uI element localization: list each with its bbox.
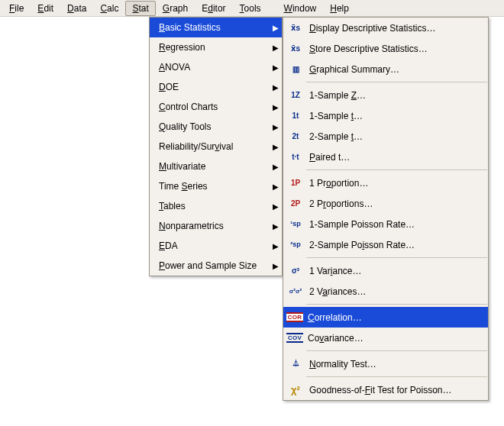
xbar-s-store-icon: x̄s <box>286 42 305 56</box>
two-poisson-icon: ²sp <box>286 238 305 252</box>
basic-2p[interactable]: 2P 2 Proportions… <box>283 193 488 214</box>
stat-quality-tools[interactable]: Quality Tools ▶ <box>150 117 282 137</box>
cov-icon: COV <box>286 333 303 343</box>
basic-gof-poisson[interactable]: χ² Goodness-of-Fit Test for Poisson… <box>283 379 488 400</box>
basic-1z[interactable]: 1Z 1-Sample Z… <box>283 85 488 105</box>
submenu-arrow-icon: ▶ <box>271 262 279 270</box>
separator <box>306 350 487 351</box>
stat-multivariate[interactable]: Multivariate ▶ <box>150 157 282 176</box>
basic-1p[interactable]: 1P 1 Proportion… <box>283 173 488 193</box>
one-poisson-icon: ¹sp <box>286 218 305 231</box>
menu-stat[interactable]: Stat <box>125 1 155 16</box>
two-sigma2-icon: σ²σ² <box>286 285 305 299</box>
menu-graph[interactable]: Graph <box>156 1 195 16</box>
submenu-arrow-icon: ▶ <box>271 123 279 131</box>
submenu-arrow-icon: ▶ <box>271 242 279 250</box>
stat-regression[interactable]: Regression ▶ <box>150 37 282 57</box>
submenu-arrow-icon: ▶ <box>271 24 279 32</box>
menu-window[interactable]: Window <box>277 1 324 16</box>
menu-calc[interactable]: Calc <box>93 1 125 16</box>
basic-covariance[interactable]: COV Covariance… <box>283 328 488 348</box>
menu-data[interactable]: Data <box>60 1 93 16</box>
one-z-icon: 1Z <box>286 89 305 102</box>
stat-eda[interactable]: EDA ▶ <box>150 236 282 256</box>
separator <box>306 376 487 377</box>
basic-1var[interactable]: σ² 1 Variance… <box>283 260 488 281</box>
submenu-arrow-icon: ▶ <box>271 83 279 92</box>
separator <box>306 257 487 258</box>
basic-display-descriptive[interactable]: x̄s Display Descriptive Statistics… <box>283 18 488 38</box>
normality-test-icon: ⏃ <box>286 357 305 371</box>
submenu-arrow-icon: ▶ <box>271 222 279 231</box>
one-t-icon: 1t <box>286 109 305 123</box>
menu-editor[interactable]: Editor <box>195 1 232 16</box>
stat-nonparametrics[interactable]: Nonparametrics ▶ <box>150 216 282 236</box>
cor-icon: COR <box>286 312 303 322</box>
stat-power-sample-size[interactable]: Power and Sample Size ▶ <box>150 256 282 276</box>
submenu-arrow-icon: ▶ <box>271 63 279 72</box>
stat-time-series[interactable]: Time Series ▶ <box>150 176 282 196</box>
basic-statistics-submenu: x̄s Display Descriptive Statistics… x̄s … <box>283 17 489 401</box>
stat-dropdown: Basic Statistics ▶ Regression ▶ ANOVA ▶ … <box>149 17 283 276</box>
menu-tools[interactable]: Tools <box>233 1 268 16</box>
stat-doe[interactable]: DOE ▶ <box>150 77 282 97</box>
paired-t-icon: t·t <box>286 150 305 164</box>
xbar-s-icon: x̄s <box>286 21 305 35</box>
separator <box>306 82 487 82</box>
submenu-arrow-icon: ▶ <box>271 182 279 191</box>
one-p-icon: 1P <box>286 176 305 190</box>
submenu-arrow-icon: ▶ <box>271 44 279 52</box>
basic-normality-test[interactable]: ⏃ Normality Test… <box>283 353 488 374</box>
basic-graphical-summary[interactable]: ▥ Graphical Summary… <box>283 59 488 79</box>
submenu-arrow-icon: ▶ <box>271 163 279 171</box>
two-p-icon: 2P <box>286 197 305 211</box>
separator <box>306 169 487 170</box>
basic-1poisson[interactable]: ¹sp 1-Sample Poisson Rate… <box>283 214 488 234</box>
menu-edit[interactable]: Edit <box>31 1 60 16</box>
stat-basic-statistics[interactable]: Basic Statistics ▶ <box>150 18 282 37</box>
basic-2t[interactable]: 2t 2-Sample t… <box>283 126 488 147</box>
sigma2-icon: σ² <box>286 264 305 278</box>
stat-control-charts[interactable]: Control Charts ▶ <box>150 97 282 117</box>
separator <box>306 304 487 305</box>
basic-correlation[interactable]: COR Correlation… <box>283 307 488 328</box>
basic-store-descriptive[interactable]: x̄s Store Descriptive Statistics… <box>283 38 488 59</box>
basic-2var[interactable]: σ²σ² 2 Variances… <box>283 281 488 302</box>
chi-square-icon: χ² <box>286 383 305 397</box>
menubar: File Edit Data Calc Stat Graph Editor To… <box>0 0 504 17</box>
stat-reliability[interactable]: Reliability/Survival ▶ <box>150 137 282 157</box>
submenu-arrow-icon: ▶ <box>271 103 279 111</box>
stat-anova[interactable]: ANOVA ▶ <box>150 57 282 77</box>
basic-1t[interactable]: 1t 1-Sample t… <box>283 105 488 126</box>
basic-2poisson[interactable]: ²sp 2-Sample Poisson Rate… <box>283 234 488 255</box>
basic-paired-t[interactable]: t·t Paired t… <box>283 147 488 167</box>
menu-file[interactable]: File <box>2 1 31 16</box>
stat-tables[interactable]: Tables ▶ <box>150 196 282 216</box>
submenu-arrow-icon: ▶ <box>271 143 279 151</box>
graphical-summary-icon: ▥ <box>286 63 305 76</box>
two-t-icon: 2t <box>286 130 305 144</box>
menu-help[interactable]: Help <box>323 1 356 16</box>
submenu-arrow-icon: ▶ <box>271 202 279 211</box>
